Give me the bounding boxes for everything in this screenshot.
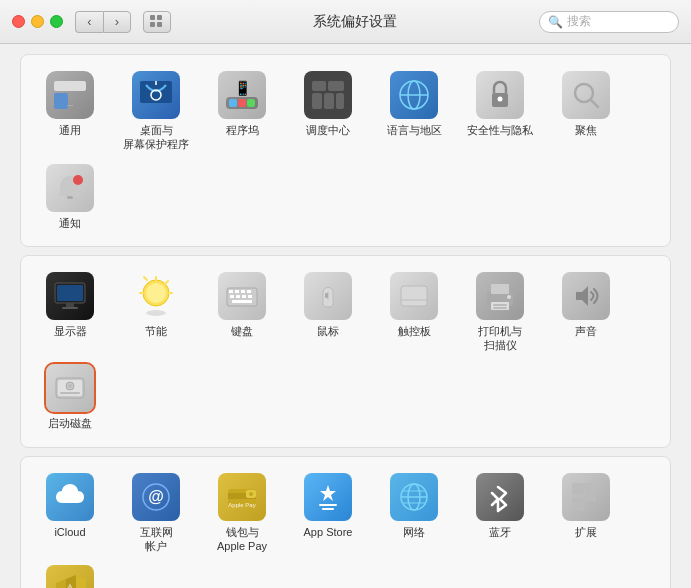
- maximize-button[interactable]: [50, 15, 63, 28]
- spotlight-label: 聚焦: [575, 123, 597, 137]
- pref-dock[interactable]: 📱 程序坞: [201, 67, 283, 156]
- svg-rect-12: [238, 99, 246, 107]
- grid-button[interactable]: [143, 11, 171, 33]
- icloud-icon: [46, 473, 94, 521]
- display-label: 显示器: [54, 324, 87, 338]
- appstore-label: App Store: [304, 525, 353, 539]
- bluetooth-label: 蓝牙: [489, 525, 511, 539]
- svg-rect-15: [312, 81, 326, 91]
- internet-accounts-label: 互联网帐户: [140, 525, 173, 554]
- svg-point-65: [68, 384, 72, 388]
- svg-rect-30: [57, 285, 83, 301]
- sound-label: 声音: [575, 324, 597, 338]
- pref-spotlight[interactable]: 聚焦: [545, 67, 627, 156]
- pref-printer[interactable]: 打印机与扫描仪: [459, 268, 541, 357]
- mouse-icon: [304, 272, 352, 320]
- svg-rect-50: [232, 300, 252, 303]
- pref-security[interactable]: 安全性与隐私: [459, 67, 541, 156]
- dock-icon: 📱: [218, 71, 266, 119]
- svg-rect-56: [491, 284, 509, 294]
- appstore-icon: [304, 473, 352, 521]
- keyboard-icon: [218, 272, 266, 320]
- svg-rect-27: [67, 196, 73, 199]
- svg-text:...: ...: [67, 99, 74, 108]
- hardware-section: 显示器 节能: [20, 255, 671, 448]
- svg-rect-45: [247, 290, 251, 293]
- general-icon: ...: [46, 71, 94, 119]
- pref-desktop[interactable]: 桌面与屏幕保护程序: [115, 67, 197, 156]
- startup-label: 启动磁盘: [48, 416, 92, 430]
- minimize-button[interactable]: [31, 15, 44, 28]
- internet-section: iCloud @ 互联网帐户 Apple Pay: [20, 456, 671, 588]
- trackpad-icon: [390, 272, 438, 320]
- wallet-label: 钱包与Apple Pay: [217, 525, 267, 554]
- personal-section: ... 通用 桌面与屏幕保护程序: [20, 54, 671, 247]
- svg-rect-46: [230, 295, 234, 298]
- mouse-label: 鼠标: [317, 324, 339, 338]
- bluetooth-icon: [476, 473, 524, 521]
- energy-icon: [132, 272, 180, 320]
- network-icon: [390, 473, 438, 521]
- svg-rect-80: [572, 483, 584, 495]
- internet-accounts-icon: @: [132, 473, 180, 521]
- svg-point-33: [146, 310, 166, 316]
- notifications-label: 通知: [59, 216, 81, 230]
- pref-extensions[interactable]: 扩展: [545, 469, 627, 558]
- window-title: 系统偏好设置: [179, 13, 531, 31]
- svg-text:⚠: ⚠: [65, 582, 75, 588]
- pref-mouse[interactable]: 鼠标: [287, 268, 369, 357]
- pref-sharing[interactable]: ⚠ 共享: [29, 561, 111, 588]
- pref-keyboard[interactable]: 键盘: [201, 268, 283, 357]
- desktop-icon: [132, 71, 180, 119]
- svg-line-39: [144, 277, 147, 280]
- pref-startup[interactable]: 启动磁盘: [29, 360, 111, 434]
- pref-trackpad[interactable]: 触控板: [373, 268, 455, 357]
- pref-network[interactable]: 网络: [373, 469, 455, 558]
- pref-wallet[interactable]: Apple Pay 钱包与Apple Pay: [201, 469, 283, 558]
- general-label: 通用: [59, 123, 81, 137]
- extensions-label: 扩展: [575, 525, 597, 539]
- startup-icon: [46, 364, 94, 412]
- forward-button[interactable]: ›: [103, 11, 131, 33]
- svg-rect-58: [493, 304, 507, 306]
- nav-buttons: ‹ ›: [75, 11, 131, 33]
- language-icon: [390, 71, 438, 119]
- trackpad-label: 触控板: [398, 324, 431, 338]
- svg-rect-19: [336, 93, 344, 109]
- dock-label: 程序坞: [226, 123, 259, 137]
- network-label: 网络: [403, 525, 425, 539]
- svg-rect-18: [324, 93, 334, 109]
- desktop-label: 桌面与屏幕保护程序: [123, 123, 189, 152]
- pref-internet-accounts[interactable]: @ 互联网帐户: [115, 469, 197, 558]
- svg-rect-2: [150, 22, 155, 27]
- sound-icon: [562, 272, 610, 320]
- security-label: 安全性与隐私: [467, 123, 533, 137]
- svg-point-60: [507, 295, 511, 299]
- svg-rect-81: [572, 497, 584, 511]
- preferences-content: ... 通用 桌面与屏幕保护程序: [0, 44, 691, 588]
- svg-text:@: @: [148, 488, 164, 505]
- spotlight-icon: [562, 71, 610, 119]
- svg-rect-0: [150, 15, 155, 20]
- svg-rect-11: [229, 99, 237, 107]
- pref-appstore[interactable]: App Store: [287, 469, 369, 558]
- svg-line-26: [591, 100, 598, 107]
- svg-rect-48: [242, 295, 246, 298]
- search-box[interactable]: 🔍 搜索: [539, 11, 679, 33]
- svg-line-37: [165, 281, 168, 284]
- svg-rect-49: [248, 295, 252, 298]
- security-icon: [476, 71, 524, 119]
- svg-rect-42: [229, 290, 233, 293]
- pref-energy[interactable]: 节能: [115, 268, 197, 357]
- pref-bluetooth[interactable]: 蓝牙: [459, 469, 541, 558]
- close-button[interactable]: [12, 15, 25, 28]
- pref-missioncontrol[interactable]: 调度中心: [287, 67, 369, 156]
- svg-rect-3: [157, 22, 162, 27]
- pref-display[interactable]: 显示器: [29, 268, 111, 357]
- pref-notifications[interactable]: 通知: [29, 160, 111, 234]
- pref-general[interactable]: ... 通用: [29, 67, 111, 156]
- pref-language[interactable]: 语言与地区: [373, 67, 455, 156]
- pref-sound[interactable]: 声音: [545, 268, 627, 357]
- back-button[interactable]: ‹: [75, 11, 103, 33]
- pref-icloud[interactable]: iCloud: [29, 469, 111, 558]
